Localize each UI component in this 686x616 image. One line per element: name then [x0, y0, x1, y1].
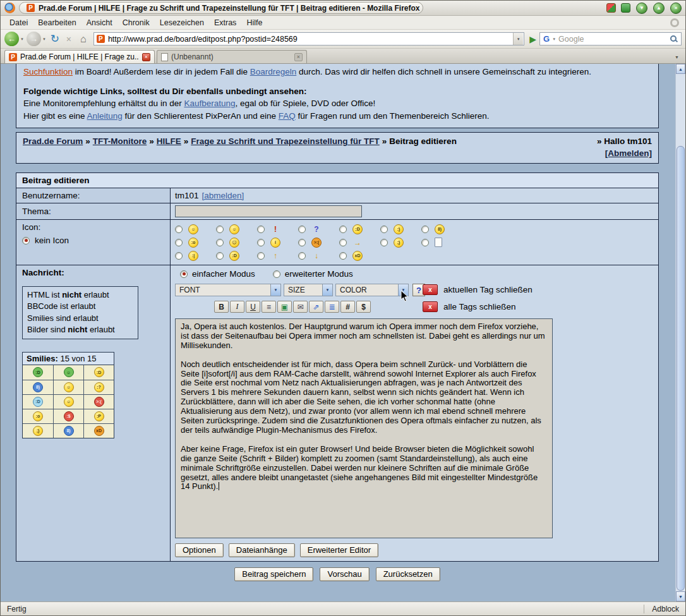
go-button[interactable]: ▶ [529, 34, 536, 44]
breadcrumb-link-thread[interactable]: Frage zu Schrift und Trapezeinstellung f… [191, 136, 380, 146]
titlebar[interactable]: P Prad.de Forum | HILFE | Frage zu Schri… [1, 1, 685, 16]
icon-radio[interactable] [216, 226, 224, 233]
search-bar[interactable]: G ▼ Google [539, 32, 682, 45]
close-tag-button[interactable]: x [423, 284, 438, 295]
breadcrumb-link-forum[interactable]: Prad.de Forum [23, 136, 83, 146]
smiley-cell[interactable]: :$ [53, 409, 83, 423]
tab-prad-forum[interactable]: P Prad.de Forum | HILFE | Frage zu... × [4, 50, 155, 63]
adblock-status[interactable]: Adblock [644, 605, 679, 613]
icon-radio[interactable] [216, 239, 224, 246]
chevron-down-icon[interactable]: ▼ [270, 284, 280, 296]
menu-ansicht[interactable]: Ansicht [81, 17, 117, 28]
search-magnifier-icon[interactable] [670, 35, 678, 43]
icon-radio[interactable] [175, 252, 183, 260]
url-dropdown-button[interactable]: ▼ [513, 33, 523, 45]
breadcrumb-link-tft-monitore[interactable]: TFT-Monitore [93, 136, 147, 146]
search-input[interactable]: Google [558, 35, 667, 44]
kaufberatung-link[interactable]: Kaufberatung [184, 99, 235, 108]
minimize-button[interactable]: ▼ [636, 3, 647, 14]
menu-hilfe[interactable]: Hilfe [241, 17, 267, 28]
icon-radio[interactable] [298, 226, 306, 233]
anleitung-link[interactable]: Anleitung [87, 111, 123, 121]
icon-radio[interactable] [216, 252, 224, 260]
stop-button[interactable]: × [63, 34, 75, 44]
icon-radio[interactable] [298, 239, 306, 246]
smiley-cell[interactable]: :P [83, 409, 114, 423]
titlebar-extra-icon-2[interactable] [621, 3, 630, 13]
menu-chronik[interactable]: Chronik [117, 17, 155, 28]
code-button[interactable]: # [340, 301, 355, 313]
simple-mode-radio[interactable] [180, 270, 188, 278]
icon-radio[interactable] [380, 226, 388, 233]
icon-radio[interactable] [257, 252, 265, 260]
url-bar[interactable]: P http://www.prad.de/board/editpost.php?… [93, 32, 524, 45]
smiley-cell[interactable]: >:( [83, 394, 114, 409]
bold-button[interactable]: B [214, 301, 229, 313]
abmelden-link[interactable]: [abmelden] [202, 191, 244, 200]
insert-email-button[interactable]: ✉ [293, 301, 308, 313]
icon-radio[interactable] [175, 239, 183, 246]
smiley-cell[interactable]: :D [83, 365, 114, 380]
url-input[interactable]: http://www.prad.de/board/editpost.php?po… [108, 35, 510, 44]
scrollbar-thumb[interactable] [677, 146, 685, 591]
topic-input[interactable] [175, 205, 362, 217]
search-engine-dropdown-icon[interactable]: ▼ [552, 37, 556, 41]
tab-close-icon[interactable]: × [294, 53, 303, 61]
smiley-cell[interactable]: :o [23, 409, 53, 423]
icon-radio[interactable] [257, 226, 265, 233]
smiley-cell[interactable]: :? [83, 380, 114, 394]
font-select[interactable]: FONT ▼ [175, 284, 281, 296]
forward-button[interactable]: → [27, 32, 41, 46]
smiley-cell[interactable]: xD [83, 423, 114, 438]
php-button[interactable]: $ [356, 301, 371, 313]
back-history-dropdown-icon[interactable]: ▼ [20, 37, 24, 41]
icon-radio[interactable] [339, 226, 347, 233]
smiley-cell[interactable]: 8) [23, 380, 53, 394]
scroll-down-button[interactable]: ▼ [676, 591, 685, 601]
smiley-cell[interactable]: ;) [23, 423, 53, 438]
size-select[interactable]: SIZE ▼ [284, 284, 333, 296]
extended-mode-radio[interactable] [273, 270, 280, 278]
insert-image-button[interactable]: ▣ [277, 301, 292, 313]
suchfunktion-link[interactable]: Suchfunktion [23, 67, 73, 76]
tab-unbenannt[interactable]: (Unbenannt) × [157, 50, 307, 63]
chevron-down-icon[interactable]: ▼ [322, 284, 332, 296]
message-textarea[interactable]: Ja, Opera ist auch kostenlos. Der Hauptg… [175, 318, 553, 538]
reload-button[interactable]: ↻ [49, 32, 61, 45]
menu-extras[interactable]: Extras [209, 17, 241, 28]
smiley-cell[interactable]: ☺ [53, 365, 83, 380]
smiley-cell[interactable]: :D [23, 365, 53, 380]
color-select[interactable]: COLOR ▼ [335, 284, 409, 296]
back-button[interactable]: ← [4, 32, 19, 46]
boardregeln-link[interactable]: Boardregeln [250, 67, 297, 76]
menu-bearbeiten[interactable]: Bearbeiten [33, 17, 81, 28]
icon-radio[interactable] [339, 239, 347, 246]
no-icon-radio[interactable] [22, 237, 30, 245]
abmelden-link-header[interactable]: [Abmelden] [597, 148, 652, 160]
close-button[interactable]: × [670, 3, 682, 14]
icon-radio[interactable] [298, 252, 306, 260]
scroll-up-button[interactable]: ▲ [676, 64, 685, 74]
erweiterter-editor-button[interactable]: Erweiterter Editor [300, 543, 378, 557]
icon-radio[interactable] [380, 239, 388, 246]
dateianhaenge-button[interactable]: Dateianhänge [229, 543, 295, 557]
maximize-button[interactable]: ▲ [653, 3, 665, 14]
tab-close-icon[interactable]: × [142, 53, 150, 61]
menu-datei[interactable]: Datei [4, 17, 33, 28]
titlebar-extra-icon-1[interactable] [606, 3, 616, 13]
close-all-tags-button[interactable]: x [423, 301, 438, 312]
icon-radio[interactable] [421, 239, 429, 246]
smiley-cell[interactable]: ☺ [53, 394, 83, 409]
icon-radio[interactable] [257, 239, 265, 246]
zuruecksetzen-button[interactable]: Zurücksetzen [376, 567, 440, 581]
italic-button[interactable]: I [230, 301, 244, 313]
icon-radio[interactable] [175, 226, 183, 233]
align-center-button[interactable]: ≡ [262, 301, 276, 313]
icon-radio[interactable] [421, 226, 429, 233]
menu-lesezeichen[interactable]: Lesezeichen [155, 17, 209, 28]
underline-button[interactable]: U [246, 301, 260, 313]
home-button[interactable]: ⌂ [76, 33, 90, 45]
faq-link[interactable]: FAQ [279, 111, 296, 121]
breadcrumb-link-hilfe[interactable]: HILFE [157, 136, 181, 146]
tab-list-dropdown-icon[interactable]: ▼ [672, 55, 682, 59]
